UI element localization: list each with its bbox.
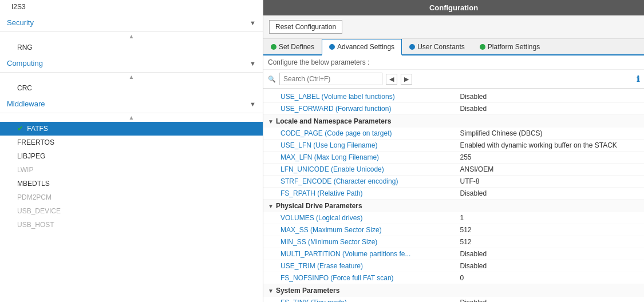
param-name[interactable]: LFN_UNICODE (Enable Unicode) — [280, 165, 460, 173]
sidebar-item-i2s3[interactable]: I2S3 — [0, 0, 263, 14]
chevron-down-icon: ▼ — [250, 101, 256, 108]
config-title: Configuration — [429, 3, 478, 12]
sidebar-item-mbedtls[interactable]: MBEDTLS — [0, 177, 263, 190]
sidebar-item-rng[interactable]: RNG — [0, 41, 263, 54]
sidebar-item-lwip[interactable]: LWIP — [0, 163, 263, 177]
sidebar-item-libjpeg[interactable]: LIBJPEG — [0, 149, 263, 163]
param-name[interactable]: FS_RPATH (Relative Path) — [280, 189, 460, 197]
reset-config-button[interactable]: Reset Configuration — [269, 20, 342, 34]
section-label: System Parameters — [276, 287, 339, 295]
param-name[interactable]: FS_NOFSINFO (Force full FAT scan) — [280, 274, 460, 282]
params-area: USE_LABEL (Volume label functions)Disabl… — [263, 89, 644, 302]
sidebar-item-crc[interactable]: CRC — [0, 81, 263, 95]
expand-icon-security: ▲ — [0, 32, 263, 41]
sidebar-item-label: PDM2PCM — [17, 193, 52, 201]
sidebar-section-label: Computing — [7, 59, 43, 67]
tab-platform-settings[interactable]: Platform Settings — [472, 39, 547, 54]
sidebar-item-freertos[interactable]: FREERTOS — [0, 136, 263, 149]
tab-dot-platform-settings — [480, 44, 485, 50]
sidebar-item-label: FREERTOS — [17, 138, 54, 146]
param-name[interactable]: USE_TRIM (Erase feature) — [280, 262, 460, 270]
sidebar-section-security[interactable]: Security ▼ — [0, 14, 263, 32]
expand-icon-middleware: ▲ — [0, 113, 263, 122]
param-row: CODE_PAGE (Code page on target)Simplifie… — [263, 128, 644, 140]
param-name[interactable]: MAX_SS (Maximum Sector Size) — [280, 226, 460, 234]
tab-label: Platform Settings — [488, 43, 540, 51]
tab-dot-user-constants — [409, 44, 415, 50]
sidebar-section-computing[interactable]: Computing ▼ — [0, 54, 263, 73]
param-name[interactable]: MAX_LFN (Max Long Filename) — [280, 153, 460, 161]
right-panel: Configuration Reset Configuration Set De… — [263, 0, 644, 302]
param-value: 0 — [460, 274, 640, 282]
param-value: Disabled — [460, 262, 640, 270]
param-row: MAX_LFN (Max Long Filename)255 — [263, 152, 644, 164]
sidebar-section-middleware[interactable]: Middleware ▼ — [0, 95, 263, 113]
tab-set-defines[interactable]: Set Defines — [263, 39, 322, 54]
param-value: 255 — [460, 153, 640, 161]
param-row: STRF_ENCODE (Character encoding)UTF-8 — [263, 176, 644, 188]
sidebar-item-label: FATFS — [27, 125, 48, 133]
expand-icon-computing: ▲ — [0, 73, 263, 81]
sidebar-item-label: CRC — [17, 84, 32, 92]
sidebar-item-label: USB_DEVICE — [17, 207, 61, 215]
param-row: VOLUMES (Logical drives)1 — [263, 212, 644, 224]
param-name[interactable]: VOLUMES (Logical drives) — [280, 214, 460, 222]
param-row: FS_TINY (Tiny mode)Disabled — [263, 297, 644, 302]
sidebar-item-fatfs[interactable]: ✔ FATFS — [0, 122, 263, 136]
search-icon: 🔍 — [268, 76, 276, 83]
next-result-button[interactable]: ▶ — [401, 74, 412, 85]
tab-user-constants[interactable]: User Constants — [402, 39, 472, 54]
param-value: 512 — [460, 238, 640, 246]
param-name[interactable]: USE_FORWARD (Forward function) — [280, 105, 460, 113]
config-header: Configuration — [263, 0, 644, 15]
tab-advanced-settings[interactable]: Advanced Settings — [322, 39, 402, 55]
sidebar-item-label: MBEDTLS — [17, 180, 50, 188]
param-row: FS_NOFSINFO (Force full FAT scan)0 — [263, 272, 644, 284]
param-value: Enabled with dynamic working buffer on t… — [460, 141, 640, 149]
sidebar-item-label: LWIP — [17, 166, 33, 174]
collapse-icon: ▼ — [268, 118, 274, 125]
search-input[interactable] — [279, 73, 382, 85]
sidebar-item-usb-device[interactable]: USB_DEVICE — [0, 204, 263, 218]
param-row: USE_LABEL (Volume label functions)Disabl… — [263, 91, 644, 103]
param-row: MULTI_PARTITION (Volume partitions fe...… — [263, 248, 644, 260]
param-name[interactable]: USE_LFN (Use Long Filename) — [280, 141, 460, 149]
param-row: MAX_SS (Maximum Sector Size)512 — [263, 224, 644, 236]
param-value: 512 — [460, 226, 640, 234]
param-row: FS_RPATH (Relative Path)Disabled — [263, 188, 644, 200]
sidebar-item-usb-host[interactable]: USB_HOST — [0, 218, 263, 232]
configure-text: Configure the below parameters : — [263, 55, 644, 70]
search-bar: 🔍 ◀ ▶ ℹ — [263, 70, 644, 89]
param-section-header[interactable]: ▼Locale and Namespace Parameters — [263, 115, 644, 128]
param-name[interactable]: STRF_ENCODE (Character encoding) — [280, 177, 460, 185]
param-value: Disabled — [460, 93, 640, 101]
param-row: LFN_UNICODE (Enable Unicode)ANSI/OEM — [263, 164, 644, 176]
sidebar-item-pdm2pcm[interactable]: PDM2PCM — [0, 190, 263, 204]
param-value: Simplified Chinese (DBCS) — [460, 129, 640, 137]
param-name[interactable]: MIN_SS (Minimum Sector Size) — [280, 238, 460, 246]
chevron-down-icon: ▼ — [250, 60, 256, 67]
prev-result-button[interactable]: ◀ — [386, 74, 397, 85]
section-label: Locale and Namespace Parameters — [276, 117, 391, 125]
param-row: USE_FORWARD (Forward function)Disabled — [263, 103, 644, 115]
param-value: Disabled — [460, 250, 640, 258]
info-icon: ℹ — [637, 74, 639, 84]
param-value: Disabled — [460, 105, 640, 113]
tab-dot-set-defines — [271, 44, 276, 50]
param-row: USE_TRIM (Erase feature)Disabled — [263, 260, 644, 272]
param-value: 1 — [460, 214, 640, 222]
param-name[interactable]: CODE_PAGE (Code page on target) — [280, 129, 460, 137]
tab-label: User Constants — [417, 43, 465, 51]
param-section-header[interactable]: ▼System Parameters — [263, 284, 644, 297]
param-name[interactable]: MULTI_PARTITION (Volume partitions fe... — [280, 250, 460, 258]
check-icon: ✔ — [17, 125, 23, 133]
sidebar-section-label: Middleware — [7, 100, 45, 108]
param-section-header[interactable]: ▼Physical Drive Parameters — [263, 200, 644, 212]
sidebar-section-label: Security — [7, 18, 34, 27]
param-name[interactable]: FS_TINY (Tiny mode) — [280, 299, 460, 302]
chevron-down-icon: ▼ — [250, 19, 256, 26]
reset-bar: Reset Configuration — [263, 15, 644, 39]
param-name[interactable]: USE_LABEL (Volume label functions) — [280, 93, 460, 101]
sidebar-item-label: USB_HOST — [17, 221, 54, 229]
param-value: Disabled — [460, 299, 640, 302]
